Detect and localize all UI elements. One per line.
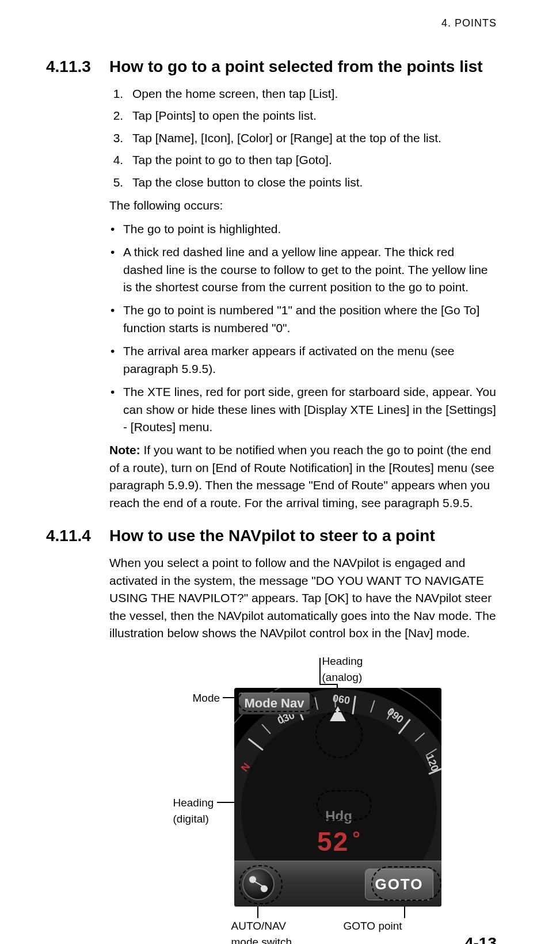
step-item: Tap the close button to close the points… xyxy=(127,174,497,191)
page-number: 4-13 xyxy=(464,934,497,944)
navpilot-figure: Heading (analog) Mode Heading (digital) … xyxy=(113,653,493,944)
step-item: Tap [Points] to open the points list. xyxy=(127,107,497,124)
callout-heading-digital: Heading (digital) xyxy=(173,795,214,827)
note-label: Note: xyxy=(109,443,140,456)
section-4-11-4: 4.11.4 How to use the NAVpilot to steer … xyxy=(46,527,497,944)
section-number: 4.11.3 xyxy=(46,58,109,76)
step-item: Open the home screen, then tap [List]. xyxy=(127,85,497,102)
bullet-item: The go to point is numbered "1" and the … xyxy=(109,302,497,337)
compass-label-060: 060 xyxy=(332,691,351,708)
note-text: If you want to be notified when you reac… xyxy=(109,443,494,509)
callout-heading-analog: Heading (analog) xyxy=(322,653,363,685)
hdg-unit: ° xyxy=(352,827,360,849)
bullet-item: A thick red dashed line and a yellow lin… xyxy=(109,243,497,296)
section-title: How to go to a point selected from the p… xyxy=(109,58,497,76)
callout-line xyxy=(319,658,321,684)
running-header: 4. POINTS xyxy=(441,17,497,29)
step-item: Tap [Name], [Icon], [Color] or [Range] a… xyxy=(127,130,497,147)
section-paragraph: When you select a point to follow and th… xyxy=(109,554,497,642)
callout-line xyxy=(319,684,337,685)
manual-page: 4. POINTS 4.11.3 How to go to a point se… xyxy=(0,0,560,944)
route-icon xyxy=(261,885,266,891)
callout-goto-point: GOTO point xyxy=(344,918,402,934)
bullet-list: The go to point is highlighted. A thick … xyxy=(109,220,497,436)
note-paragraph: Note: If you want to be notified when yo… xyxy=(109,441,497,512)
navpilot-bottom-bar: GOTO xyxy=(234,861,441,907)
bullet-item: The go to point is highlighted. xyxy=(109,220,497,238)
section-title: How to use the NAVpilot to steer to a po… xyxy=(109,527,497,545)
callout-mode: Mode xyxy=(193,690,220,706)
bullet-item: The arrival area marker appears if activ… xyxy=(109,342,497,378)
auto-nav-mode-switch-button[interactable] xyxy=(242,868,275,900)
section-4-11-3: 4.11.3 How to go to a point selected fro… xyxy=(46,58,497,512)
goto-button[interactable]: GOTO xyxy=(365,869,433,901)
route-icon xyxy=(252,880,268,890)
hdg-value: 52 xyxy=(317,827,349,857)
heading-pointer-icon xyxy=(330,706,346,721)
bullet-item: The XTE lines, red for port side, green … xyxy=(109,383,497,436)
hdg-value-wrap: 52° xyxy=(317,823,360,861)
steps-list: Open the home screen, then tap [List]. T… xyxy=(109,85,497,191)
following-intro: The following occurs: xyxy=(109,197,497,214)
navpilot-control-box: N 030 060 090 120 Hdg 52° Mode Nav xyxy=(234,688,441,907)
callout-auto-nav-switch: AUTO/NAV mode switch xyxy=(231,918,292,944)
step-item: Tap the point to go to then tap [Goto]. xyxy=(127,151,497,169)
section-number: 4.11.4 xyxy=(46,527,109,545)
mode-indicator[interactable]: Mode Nav xyxy=(239,692,310,714)
